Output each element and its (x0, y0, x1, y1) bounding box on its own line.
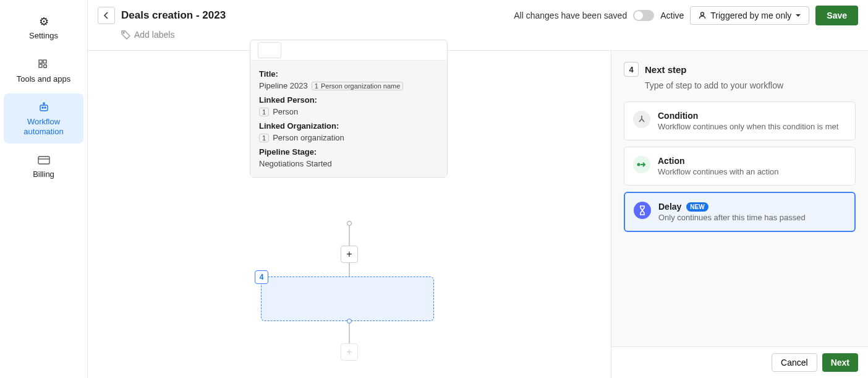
grid-icon (38, 58, 49, 72)
step-option-condition[interactable]: Condition Workflow continues only when t… (624, 101, 856, 140)
option-title: Condition (658, 111, 838, 121)
option-title: Delay NEW (658, 202, 806, 212)
workflow-step-card[interactable]: Title: Pipeline 2023 1Person organizatio… (250, 40, 448, 178)
chevron-down-icon (795, 12, 801, 19)
variable-chip: 1 (259, 134, 269, 142)
robot-icon (38, 101, 49, 114)
option-description: Only continues after this time has passe… (658, 213, 806, 222)
trigger-label: Triggered by me only (710, 11, 791, 20)
svg-point-5 (42, 107, 43, 108)
step-option-delay[interactable]: Delay NEW Only continues after this time… (624, 192, 856, 232)
svg-rect-4 (40, 105, 48, 111)
field-label: Pipeline Stage: (259, 147, 438, 157)
field-value: Pipeline 2023 1Person organization name (259, 81, 438, 90)
panel-footer: Cancel Next (611, 346, 868, 378)
add-step-button[interactable]: + (341, 246, 358, 263)
connector-line (349, 263, 350, 277)
variable-chip: 1 (259, 108, 269, 116)
sidebar-item-label: Workflow automation (9, 117, 79, 136)
hourglass-icon (634, 202, 651, 219)
field-value: 1 Person (259, 107, 438, 116)
svg-point-6 (45, 107, 46, 108)
field-value: 1 Person organization (259, 133, 438, 142)
active-label: Active (660, 11, 684, 20)
tag-icon (121, 30, 130, 40)
connector-line (349, 324, 350, 343)
sidebar: ⚙ Settings Tools and apps Workflow autom… (0, 0, 88, 378)
step-icon (258, 42, 281, 58)
new-badge: NEW (686, 202, 708, 212)
sidebar-item-workflow-automation[interactable]: Workflow automation (4, 93, 83, 144)
svg-rect-0 (39, 60, 42, 63)
option-title: Action (658, 156, 779, 166)
next-button[interactable]: Next (822, 353, 858, 372)
panel-step-number: 4 (624, 62, 639, 77)
option-description: Workflow continues with an action (658, 167, 779, 176)
connector-dot (347, 319, 352, 324)
step-option-action[interactable]: Action Workflow continues with an action (624, 147, 856, 186)
gear-icon: ⚙ (39, 15, 49, 28)
field-label: Title: (259, 69, 438, 79)
save-button[interactable]: Save (815, 6, 858, 25)
field-value: Negotiations Started (259, 159, 438, 168)
back-button[interactable] (98, 7, 115, 24)
header: Deals creation - 2023 All changes have b… (88, 0, 868, 51)
add-labels-button[interactable]: Add labels (98, 30, 858, 40)
svg-point-12 (123, 32, 124, 33)
step-number-badge: 4 (255, 270, 268, 284)
step-placeholder[interactable]: 4 (261, 277, 434, 321)
panel-subtitle: Type of step to add to your workflow (645, 80, 856, 90)
svg-point-11 (701, 12, 704, 15)
sidebar-item-settings[interactable]: ⚙ Settings (4, 7, 83, 48)
sidebar-item-label: Tools and apps (17, 74, 70, 84)
credit-card-icon (38, 153, 50, 167)
add-step-button-disabled: + (341, 343, 358, 361)
panel-title: Next step (645, 64, 687, 75)
sidebar-item-tools[interactable]: Tools and apps (4, 51, 83, 92)
svg-rect-2 (39, 64, 42, 67)
step-config-panel: 4 Next step Type of step to add to your … (611, 51, 868, 378)
svg-rect-1 (43, 60, 46, 63)
add-labels-text: Add labels (134, 30, 174, 40)
option-description: Workflow continues only when this condit… (658, 122, 838, 131)
field-label: Linked Organization: (259, 121, 438, 131)
svg-point-13 (638, 164, 640, 166)
user-icon (698, 11, 707, 20)
branch-icon (633, 111, 650, 128)
variable-chip: 1Person organization name (312, 82, 404, 90)
connector-dot (347, 221, 352, 226)
svg-rect-9 (38, 157, 49, 164)
connector-line (349, 226, 350, 246)
page-title: Deals creation - 2023 (121, 9, 226, 22)
workflow-canvas: Title: Pipeline 2023 1Person organizatio… (88, 51, 611, 378)
cancel-button[interactable]: Cancel (772, 353, 817, 372)
field-label: Linked Person: (259, 95, 438, 105)
sidebar-item-label: Settings (29, 31, 58, 41)
svg-point-3 (43, 64, 46, 67)
active-toggle[interactable] (633, 10, 654, 21)
save-status: All changes have been saved (514, 11, 627, 20)
trigger-filter-button[interactable]: Triggered by me only (690, 6, 809, 25)
sidebar-item-label: Billing (33, 170, 54, 179)
sidebar-item-billing[interactable]: Billing (4, 146, 83, 187)
arrow-right-icon (633, 156, 650, 173)
